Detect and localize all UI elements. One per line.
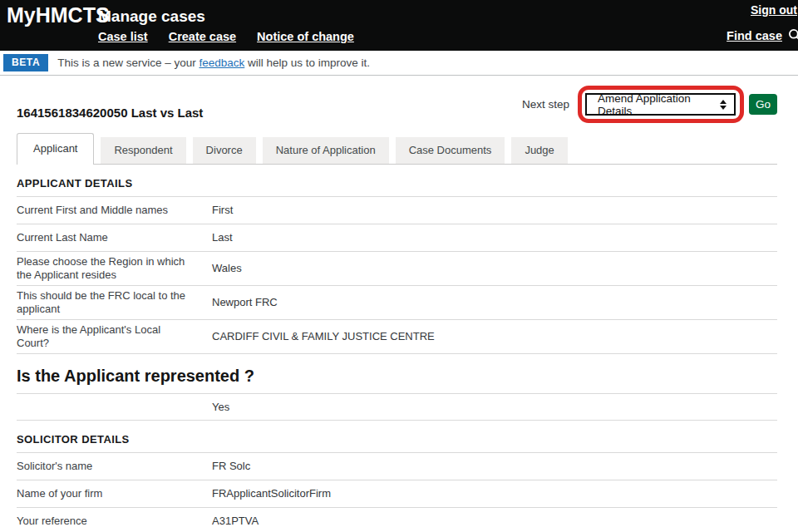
table-row: This should be the FRC local to the appl…	[17, 286, 777, 320]
table-row: Your reference A31PTVA	[17, 508, 777, 532]
row-value: A31PTVA	[212, 515, 777, 528]
row-label: Current Last Name	[17, 231, 212, 244]
solicitor-details-heading: SOLICITOR DETAILS	[17, 421, 777, 453]
row-label: Solicitor's name	[17, 460, 212, 473]
row-value: Newport FRC	[212, 296, 777, 309]
phase-text-after: will help us to improve it.	[244, 57, 370, 69]
case-header: 1641561834620050 Last vs Last Next step …	[17, 76, 777, 136]
table-row: Yes	[17, 393, 777, 421]
applicant-details-heading: APPLICANT DETAILS	[17, 165, 777, 197]
next-step-select-wrap: Amend Application Details	[585, 93, 736, 116]
go-button[interactable]: Go	[749, 94, 777, 115]
row-value: First	[212, 204, 777, 217]
case-title: 1641561834620050 Last vs Last	[17, 106, 203, 120]
tab-divorce[interactable]: Divorce	[193, 137, 256, 164]
row-value: Wales	[212, 262, 777, 275]
row-value: Yes	[212, 401, 777, 414]
row-label: Your reference	[17, 515, 212, 528]
nav-case-list[interactable]: Case list	[98, 30, 148, 43]
table-row: Where is the Applicant's Local Court? CA…	[17, 320, 777, 354]
next-step-select[interactable]: Amend Application Details	[585, 93, 736, 116]
table-row: Name of your firm FRApplicantSolicitorFi…	[17, 480, 777, 508]
manage-cases-title[interactable]: Manage cases	[98, 7, 205, 26]
find-case-group: Find case	[727, 28, 798, 42]
represented-heading: Is the Applicant represented ?	[17, 367, 777, 386]
table-row: Current First and Middle names First	[17, 197, 777, 224]
primary-nav: Case list Create case Notice of change	[98, 30, 354, 43]
table-row: Please choose the Region in which the Ap…	[17, 252, 777, 286]
myhmcts-logo[interactable]: MyHMCTS	[7, 3, 110, 27]
tab-case-documents[interactable]: Case Documents	[396, 137, 505, 164]
tab-applicant[interactable]: Applicant	[17, 133, 94, 165]
next-step-selected-option: Amend Application Details	[598, 92, 720, 117]
tab-judge[interactable]: Judge	[511, 137, 567, 164]
row-label: Where is the Applicant's Local Court?	[17, 323, 212, 350]
search-icon[interactable]	[788, 28, 798, 42]
next-step-group: Next step Amend Application Details Go	[522, 93, 777, 116]
row-label: This should be the FRC local to the appl…	[17, 289, 212, 316]
table-row: Solicitor's name FR Solc	[17, 453, 777, 480]
row-label: Name of your firm	[17, 487, 212, 500]
table-row: Current Last Name Last	[17, 224, 777, 252]
app-header: MyHMCTS Manage cases Sign out Case list …	[0, 0, 798, 51]
phase-text-before: This is a new service – your	[57, 57, 199, 69]
case-tabs: Applicant Respondent Divorce Nature of A…	[17, 136, 777, 165]
phase-banner: BETA This is a new service – your feedba…	[0, 51, 798, 76]
row-value: FR Solc	[212, 460, 777, 473]
beta-badge: BETA	[3, 54, 48, 71]
row-label: Please choose the Region in which the Ap…	[17, 255, 212, 282]
row-value: FRApplicantSolicitorFirm	[212, 487, 777, 500]
tab-nature-of-application[interactable]: Nature of Application	[263, 137, 389, 164]
select-spinner-icon	[720, 100, 727, 110]
feedback-link[interactable]: feedback	[200, 57, 245, 69]
nav-create-case[interactable]: Create case	[169, 30, 236, 43]
find-case-link[interactable]: Find case	[727, 29, 782, 42]
sign-out-link[interactable]: Sign out	[751, 3, 797, 17]
row-value: CARDIFF CIVIL & FAMILY JUSTICE CENTRE	[212, 330, 777, 343]
phase-banner-text: This is a new service – your feedback wi…	[57, 57, 370, 69]
row-label: Current First and Middle names	[17, 204, 212, 217]
tab-respondent[interactable]: Respondent	[101, 137, 185, 164]
main-content: 1641561834620050 Last vs Last Next step …	[0, 76, 777, 532]
row-value: Last	[212, 231, 777, 244]
nav-notice-of-change[interactable]: Notice of change	[257, 30, 354, 43]
next-step-label: Next step	[522, 98, 569, 111]
